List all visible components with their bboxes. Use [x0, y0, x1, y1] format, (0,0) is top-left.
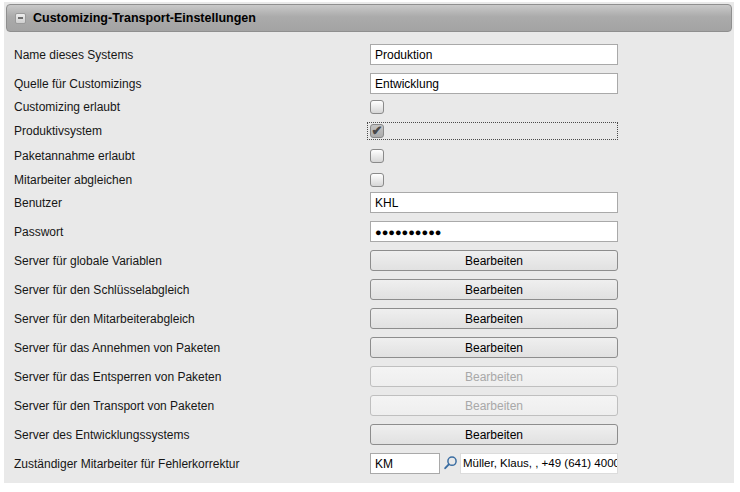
package-acceptance-label: Paketannahme erlaubt [14, 149, 135, 163]
productive-system-label: Produktivsystem [14, 124, 102, 138]
user-label: Benutzer [14, 196, 62, 210]
checkmark-icon: ✔ [372, 124, 383, 137]
row-server-key-sync: Server für den Schlüsselabgleich Bearbei… [4, 279, 740, 300]
responsible-employee-code-input[interactable] [370, 453, 440, 474]
server-package-accept-edit-button[interactable]: Bearbeiten [370, 337, 618, 358]
collapse-minus-icon[interactable] [15, 13, 26, 24]
row-server-dev-system: Server des Entwicklungssystems Bearbeite… [4, 424, 740, 445]
server-package-transport-edit-button: Bearbeiten [370, 395, 618, 416]
server-global-vars-edit-button[interactable]: Bearbeiten [370, 250, 618, 271]
row-server-package-unlock: Server für das Entsperren von Paketen Be… [4, 366, 740, 387]
server-employee-sync-label: Server für den Mitarbeiterabgleich [14, 312, 195, 326]
server-package-transport-label: Server für den Transport von Paketen [14, 399, 214, 413]
row-server-package-accept: Server für das Annehmen von Paketen Bear… [4, 337, 740, 358]
server-key-sync-edit-button[interactable]: Bearbeiten [370, 279, 618, 300]
user-input[interactable] [370, 192, 618, 213]
system-name-label: Name dieses Systems [14, 48, 133, 62]
settings-panel: Customizing-Transport-Einstellungen Name… [4, 2, 734, 483]
server-global-vars-label: Server für globale Variablen [14, 254, 162, 268]
responsible-employee-label: Zuständiger Mitarbeiter für Fehlerkorrek… [14, 457, 239, 471]
search-icon[interactable] [442, 455, 459, 472]
row-server-package-transport: Server für den Transport von Paketen Bea… [4, 395, 740, 416]
group-header[interactable]: Customizing-Transport-Einstellungen [6, 4, 732, 32]
focus-outline: ✔ [367, 122, 618, 140]
row-productive-system: Produktivsystem ✔ [4, 124, 740, 138]
sync-employees-label: Mitarbeiter abgleichen [14, 173, 132, 187]
row-package-acceptance: Paketannahme erlaubt [4, 149, 740, 163]
server-package-accept-label: Server für das Annehmen von Paketen [14, 341, 220, 355]
customizing-source-label: Quelle für Customizings [14, 77, 141, 91]
row-sync-employees: Mitarbeiter abgleichen [4, 173, 740, 187]
customizing-source-input[interactable] [370, 73, 618, 94]
row-password: Passwort [4, 221, 740, 242]
server-package-unlock-label: Server für das Entsperren von Paketen [14, 370, 221, 384]
server-package-unlock-edit-button: Bearbeiten [370, 366, 618, 387]
sync-employees-checkbox[interactable] [370, 173, 384, 187]
row-user: Benutzer [4, 192, 740, 213]
customizing-allowed-label: Customizing erlaubt [14, 100, 120, 114]
row-responsible-employee: Zuständiger Mitarbeiter für Fehlerkorrek… [4, 453, 740, 474]
password-label: Passwort [14, 225, 63, 239]
server-dev-system-edit-button[interactable]: Bearbeiten [370, 424, 618, 445]
responsible-employee-display: Müller, Klaus, , +49 (641) 4000 [460, 453, 618, 474]
productive-system-checkbox[interactable]: ✔ [370, 124, 384, 138]
row-customizing-source: Quelle für Customizings [4, 73, 740, 94]
package-acceptance-checkbox[interactable] [370, 149, 384, 163]
server-key-sync-label: Server für den Schlüsselabgleich [14, 283, 189, 297]
row-server-global-vars: Server für globale Variablen Bearbeiten [4, 250, 740, 271]
row-customizing-allowed: Customizing erlaubt [4, 100, 740, 114]
settings-page: Customizing-Transport-Einstellungen Name… [0, 0, 740, 492]
group-title: Customizing-Transport-Einstellungen [33, 11, 256, 25]
customizing-allowed-checkbox[interactable] [370, 100, 384, 114]
password-input[interactable] [370, 221, 618, 242]
row-server-employee-sync: Server für den Mitarbeiterabgleich Bearb… [4, 308, 740, 329]
system-name-input[interactable] [370, 44, 618, 65]
server-employee-sync-edit-button[interactable]: Bearbeiten [370, 308, 618, 329]
row-system-name: Name dieses Systems [4, 44, 740, 65]
server-dev-system-label: Server des Entwicklungssystems [14, 428, 189, 442]
